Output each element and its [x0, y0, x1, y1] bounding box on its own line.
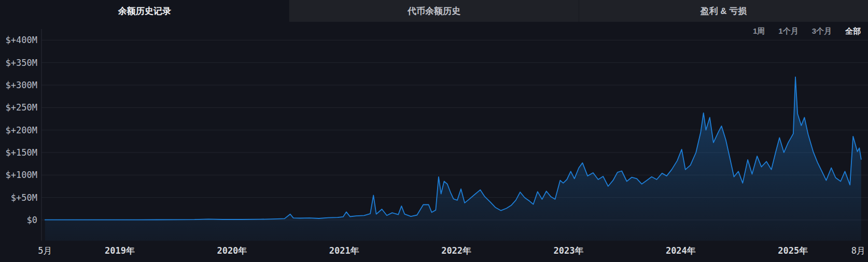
- chart-canvas[interactable]: [0, 0, 868, 262]
- balance-history-screen: 余额历史记录 代币余额历史 盈利 & 亏损 1周 1个月 3个月 全部 $+40…: [0, 0, 868, 262]
- balance-area-chart[interactable]: $+400M$+350M$+300M$+250M$+200M$+150M$+10…: [0, 0, 868, 262]
